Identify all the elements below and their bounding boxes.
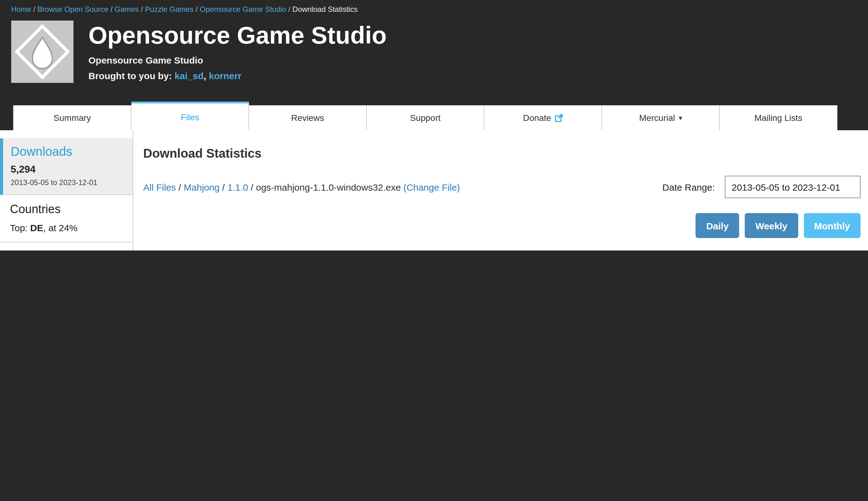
tab-label: Support [410, 105, 441, 130]
monthly-button[interactable]: Monthly [804, 213, 860, 238]
file-path-separator: / [219, 182, 227, 192]
breadcrumb-link-home[interactable]: Home [11, 5, 31, 14]
project-logo [11, 21, 74, 83]
change-file-link[interactable]: (Change File) [404, 182, 460, 192]
breadcrumb-current: Download Statistics [292, 5, 358, 14]
downloads-date-range: 2013-05-05 to 2023-12-01 [11, 178, 125, 187]
site-header: Opensource Game Studio Opensource Game S… [0, 19, 868, 83]
author-link-kornerr[interactable]: kornerr [209, 71, 242, 81]
main-panel: Download Statistics All Files / Mahjong … [133, 130, 868, 250]
file-path-separator: / [248, 182, 256, 192]
caret-down-icon: ▾ [679, 105, 682, 130]
breadcrumb-link-puzzle-games[interactable]: Puzzle Games [145, 5, 194, 14]
byline: Brought to you by: kai_sd, kornerr [88, 71, 387, 81]
date-range-input[interactable] [725, 176, 860, 198]
countries-top-suffix: , at 24% [43, 223, 78, 233]
breadcrumb-separator: / [31, 5, 37, 14]
weekly-button[interactable]: Weekly [745, 213, 798, 238]
breadcrumb-separator: / [194, 5, 200, 14]
header-text: Opensource Game Studio Opensource Game S… [88, 21, 387, 83]
countries-top-prefix: Top: [10, 223, 30, 233]
download-statistics-heading: Download Statistics [143, 147, 860, 161]
tab-donate[interactable]: Donate [484, 105, 602, 130]
downloads-chart: Jan 2014Jan 2015Jan 2016Jan 2017Jan 2018… [143, 247, 860, 250]
countries-top: Top: DE, at 24% [10, 223, 123, 233]
breadcrumb-separator: / [286, 5, 292, 14]
breadcrumb-link-browse[interactable]: Browse Open Source [37, 5, 108, 14]
os-heading: Operating Systems [10, 250, 123, 250]
external-link-icon [555, 114, 563, 122]
tab-bar: Summary Files Reviews Support Donate Mer… [13, 102, 837, 130]
water-drop-diamond-icon [11, 21, 74, 83]
file-path-link-all-files[interactable]: All Files [143, 182, 176, 192]
sidebar-item-countries[interactable]: Countries Top: DE, at 24% [0, 195, 133, 242]
tab-mercurial[interactable]: Mercurial ▾ [602, 105, 720, 130]
header-section: Home / Browse Open Source / Games / Puzz… [0, 0, 868, 130]
breadcrumb-separator: / [108, 5, 114, 14]
file-path-row: All Files / Mahjong / 1.1.0 / ogs-mahjon… [143, 176, 860, 198]
tab-files[interactable]: Files [131, 102, 249, 130]
tab-label: Mailing Lists [754, 105, 802, 130]
countries-heading: Countries [10, 203, 123, 216]
byline-prefix: Brought to you by: [88, 71, 175, 81]
tab-label: Reviews [291, 105, 324, 130]
date-range-label: Date Range: [662, 182, 715, 192]
file-breadcrumb: All Files / Mahjong / 1.1.0 / ogs-mahjon… [143, 182, 460, 192]
tab-summary[interactable]: Summary [13, 105, 131, 130]
granularity-buttons: Daily Weekly Monthly [143, 213, 860, 238]
file-path-link-mahjong[interactable]: Mahjong [184, 182, 219, 192]
project-subtitle: Opensource Game Studio [88, 55, 387, 65]
tab-mailing-lists[interactable]: Mailing Lists [720, 105, 837, 130]
file-path-link-version[interactable]: 1.1.0 [227, 182, 248, 192]
author-separator: , [204, 71, 209, 81]
tab-label: Files [180, 104, 199, 129]
file-path-space [401, 182, 403, 192]
downloads-label: Downloads [11, 145, 125, 159]
downloads-line-chart: Jan 2014Jan 2015Jan 2016Jan 2017Jan 2018… [143, 247, 859, 250]
stats-sidebar: Downloads 5,294 2013-05-05 to 2023-12-01… [0, 130, 133, 250]
page: Home / Browse Open Source / Games / Puzz… [0, 0, 868, 250]
author-link-kai-sd[interactable]: kai_sd [175, 71, 204, 81]
breadcrumb-separator: / [139, 5, 145, 14]
tab-label: Summary [54, 105, 91, 130]
breadcrumb-link-games[interactable]: Games [114, 5, 139, 14]
countries-top-value: DE [30, 223, 43, 233]
breadcrumb-link-project[interactable]: Opensource Game Studio [200, 5, 286, 14]
page-title: Opensource Game Studio [88, 22, 387, 50]
sidebar-item-downloads[interactable]: Downloads 5,294 2013-05-05 to 2023-12-01 [0, 138, 133, 195]
daily-button[interactable]: Daily [695, 213, 739, 238]
content: Downloads 5,294 2013-05-05 to 2023-12-01… [0, 130, 868, 250]
file-path-separator: / [176, 182, 184, 192]
date-range-group: Date Range: [662, 176, 860, 198]
tab-reviews[interactable]: Reviews [249, 105, 367, 130]
tab-label: Mercurial [639, 105, 675, 130]
breadcrumb: Home / Browse Open Source / Games / Puzz… [0, 0, 868, 19]
file-name: ogs-mahjong-1.1.0-windows32.exe [256, 182, 401, 192]
tab-label: Donate [523, 105, 551, 130]
downloads-count: 5,294 [11, 164, 125, 175]
sidebar-item-operating-systems[interactable]: Operating Systems Top: Windows, at 84% [0, 242, 133, 250]
tab-support[interactable]: Support [367, 105, 484, 130]
